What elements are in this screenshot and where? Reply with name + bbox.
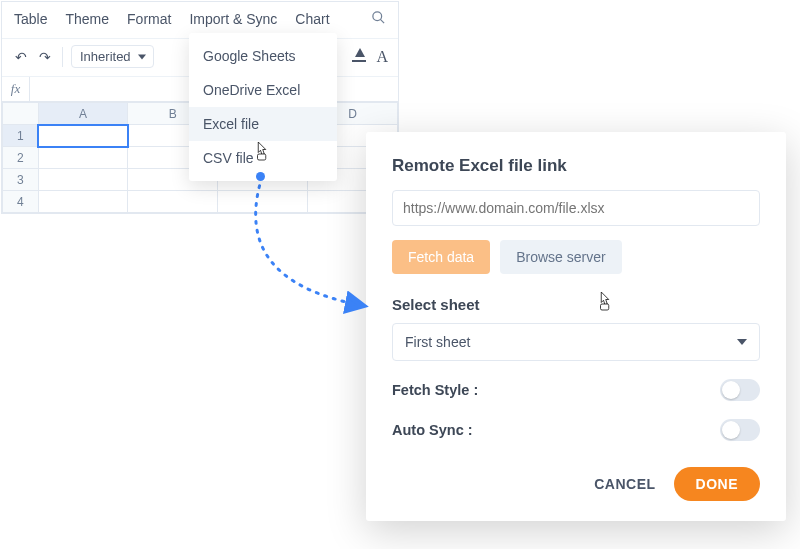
fetch-data-button[interactable]: Fetch data	[392, 240, 490, 274]
cell-a3[interactable]	[38, 169, 128, 191]
cell-c4[interactable]	[218, 191, 308, 213]
cell-b4[interactable]	[128, 191, 218, 213]
svg-line-1	[380, 19, 384, 23]
fill-color-icon[interactable]	[352, 48, 366, 65]
dropdown-item-csv-file[interactable]: CSV file	[189, 141, 337, 175]
select-sheet-value: First sheet	[405, 334, 470, 350]
row-header-3[interactable]: 3	[3, 169, 39, 191]
search-icon[interactable]	[371, 10, 386, 28]
row-header-1[interactable]: 1	[3, 125, 39, 147]
chevron-down-icon	[737, 339, 747, 345]
menu-format[interactable]: Format	[127, 11, 171, 27]
fetch-style-label: Fetch Style :	[392, 382, 478, 398]
corner-cell[interactable]	[3, 103, 39, 125]
menu-table[interactable]: Table	[14, 11, 47, 27]
undo-icon[interactable]: ↶	[12, 49, 30, 65]
remote-url-input[interactable]	[392, 190, 760, 226]
fx-label: fx	[2, 77, 30, 101]
cell-a1[interactable]	[38, 125, 128, 147]
done-button[interactable]: DONE	[674, 467, 760, 501]
auto-sync-label: Auto Sync :	[392, 422, 473, 438]
select-sheet-label: Select sheet	[392, 296, 760, 313]
menu-theme[interactable]: Theme	[65, 11, 109, 27]
menu-import-sync[interactable]: Import & Sync	[189, 11, 277, 27]
callout-origin-dot	[256, 172, 265, 181]
select-sheet-dropdown[interactable]: First sheet	[392, 323, 760, 361]
cell-a2[interactable]	[38, 147, 128, 169]
toolbar-separator	[62, 47, 63, 67]
fetch-style-toggle[interactable]	[720, 379, 760, 401]
browse-server-button[interactable]: Browse server	[500, 240, 621, 274]
svg-point-0	[373, 12, 382, 21]
redo-icon[interactable]: ↷	[36, 49, 54, 65]
import-sync-dropdown: Google Sheets OneDrive Excel Excel file …	[189, 33, 337, 181]
menu-chart[interactable]: Chart	[295, 11, 329, 27]
cancel-button[interactable]: CANCEL	[594, 476, 655, 492]
font-mode-dropdown[interactable]: Inherited	[71, 45, 154, 68]
dialog-title: Remote Excel file link	[392, 156, 760, 176]
dropdown-item-onedrive-excel[interactable]: OneDrive Excel	[189, 73, 337, 107]
auto-sync-toggle[interactable]	[720, 419, 760, 441]
row-header-2[interactable]: 2	[3, 147, 39, 169]
col-header-a[interactable]: A	[38, 103, 128, 125]
text-color-icon[interactable]: A	[376, 48, 388, 66]
import-excel-dialog: Remote Excel file link Fetch data Browse…	[366, 132, 786, 521]
row-header-4[interactable]: 4	[3, 191, 39, 213]
dropdown-item-google-sheets[interactable]: Google Sheets	[189, 39, 337, 73]
cell-a4[interactable]	[38, 191, 128, 213]
dropdown-item-excel-file[interactable]: Excel file	[189, 107, 337, 141]
